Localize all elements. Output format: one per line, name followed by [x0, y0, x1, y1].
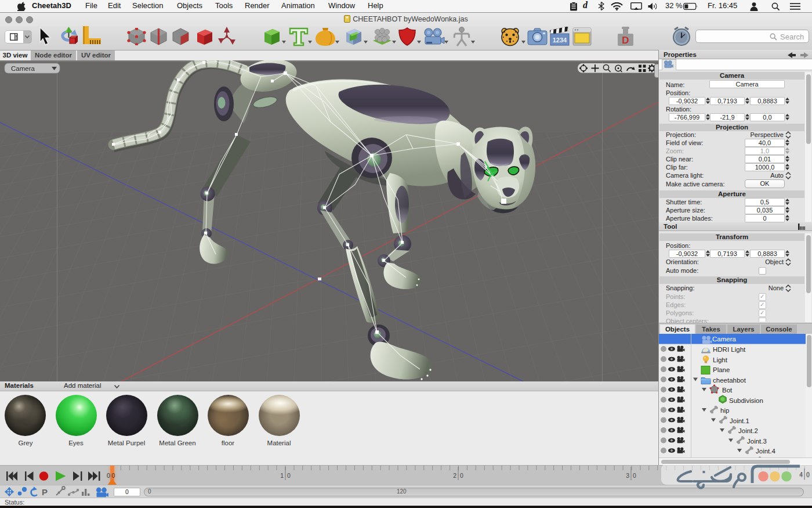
svg-text:P: P: [42, 487, 48, 497]
svg-text:0: 0: [287, 472, 291, 479]
svg-text:4: 4: [799, 471, 803, 478]
svg-text:0: 0: [460, 472, 463, 479]
svg-text:2: 2: [453, 472, 456, 479]
svg-text:1: 1: [280, 472, 284, 479]
svg-text:0: 0: [633, 472, 636, 479]
svg-text:0: 0: [806, 471, 810, 478]
svg-text:Camera: Camera: [11, 65, 35, 72]
svg-text:3: 3: [626, 472, 629, 479]
